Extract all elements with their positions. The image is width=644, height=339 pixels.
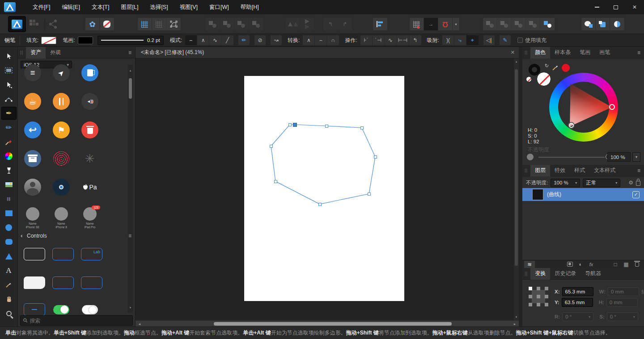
curve-node[interactable] — [274, 180, 277, 183]
controls-section-header[interactable]: Controls ≡ — [18, 232, 135, 240]
place-image-tool[interactable] — [1, 178, 17, 191]
panel-menu-icon[interactable]: ≡ — [637, 167, 640, 174]
break-curve-button[interactable]: ⊦˙ — [360, 35, 373, 45]
tab-swatches[interactable]: 样本条 — [550, 47, 575, 59]
canvas-vscrollbar[interactable]: ▲ ▼ — [514, 59, 519, 320]
align-handle-positions-button[interactable]: ◁| — [483, 35, 495, 46]
lock-icon[interactable] — [636, 181, 640, 186]
menu-help[interactable]: 帮助[H] — [241, 4, 259, 11]
convert-smart-button[interactable]: ∩ — [327, 35, 339, 45]
shear-dropdown[interactable]: 0 °▾ — [607, 312, 638, 321]
polygon-mode-button[interactable]: ∿ — [209, 35, 221, 45]
control-field-blue-2[interactable] — [81, 276, 102, 289]
zoom-tool[interactable] — [1, 307, 17, 320]
h-input[interactable] — [606, 298, 638, 307]
control-field-dash[interactable] — [24, 303, 45, 316]
control-button-blue[interactable] — [52, 248, 74, 260]
transform-bounds-button[interactable] — [166, 18, 181, 30]
convert-sharp-button[interactable]: ∧ — [303, 35, 315, 45]
asset-coffee[interactable]: ☕ — [23, 92, 42, 111]
pen-mode-button[interactable]: ⌢ — [185, 35, 197, 45]
control-button-white[interactable] — [24, 248, 45, 260]
to-curves-button[interactable] — [581, 18, 596, 30]
expand-stroke-button[interactable] — [596, 18, 610, 30]
snapping-dropdown[interactable]: ▾ — [453, 18, 459, 30]
w-input[interactable] — [608, 287, 639, 296]
stroke-swatch[interactable] — [78, 37, 93, 44]
fill-stroke-indicator[interactable]: ↻ — [529, 64, 552, 89]
tab-assets[interactable]: 资产 — [26, 47, 46, 59]
construction-snap-button[interactable]: ✎ — [499, 35, 511, 46]
reverse-curves-button[interactable]: ↰ — [409, 35, 421, 45]
fill-shape-button[interactable]: ✿ — [85, 18, 100, 30]
opacity-value-field[interactable]: 100 % — [607, 152, 631, 162]
artboard-tool[interactable] — [1, 64, 17, 77]
asset-location[interactable] — [51, 177, 71, 197]
control-tooltip-shape[interactable] — [24, 276, 45, 289]
snap-to-geometry-button[interactable]: )( — [442, 35, 454, 45]
asset-restaurant[interactable] — [51, 92, 71, 111]
snap-all-handles-button[interactable]: ⌖ — [466, 35, 479, 45]
corner-tool[interactable] — [1, 92, 17, 105]
mask-layer-button[interactable] — [564, 261, 575, 268]
vector-brush-tool[interactable] — [1, 135, 17, 148]
tab-brushes[interactable]: 画笔 — [595, 47, 614, 59]
opacity-slider[interactable]: 100 % ▾ — [527, 152, 640, 162]
pattern-layer-button[interactable]: ▦ — [621, 261, 631, 268]
pixel-persona-button[interactable] — [30, 20, 39, 29]
shape-tool[interactable] — [1, 250, 17, 263]
asset-contact[interactable] — [23, 177, 42, 197]
tab-transform[interactable]: 变换 — [530, 268, 550, 280]
alignment-button[interactable] — [373, 18, 387, 30]
boolean-intersect-button[interactable] — [512, 18, 526, 30]
smart-mode-button[interactable]: ∧ — [197, 35, 209, 45]
menu-view[interactable]: 视图[V] — [180, 4, 198, 11]
curve-node-selected[interactable] — [293, 123, 297, 127]
menu-text[interactable]: 文本[T] — [92, 4, 110, 11]
fill-mode-button[interactable] — [610, 18, 624, 30]
minimize-button[interactable] — [588, 0, 606, 14]
ellipse-tool[interactable] — [1, 221, 17, 234]
color-picker-icon[interactable] — [552, 64, 559, 71]
asset-list[interactable]: ≡ — [23, 63, 42, 83]
tab-layers[interactable]: 图层 — [530, 165, 550, 176]
stroke-width-widget[interactable]: 0.2 pt — [97, 36, 164, 45]
transparency-tool[interactable] — [1, 164, 17, 177]
replace-selection-button[interactable] — [249, 18, 263, 30]
pencil-tool[interactable]: ✏ — [1, 121, 17, 134]
x-input[interactable] — [562, 287, 593, 296]
link-dimensions-icon[interactable]: § — [641, 289, 644, 294]
tab-styles[interactable]: 样式 — [570, 165, 589, 176]
color-picker-tool[interactable] — [1, 278, 17, 291]
canvas-viewport[interactable]: ▲ ▼ — [136, 59, 519, 320]
pen-tool[interactable]: ✒ — [1, 107, 17, 120]
blend-options-gear-icon[interactable]: ⚙ — [628, 180, 633, 186]
tab-navigator[interactable]: 导航器 — [580, 268, 606, 280]
control-field-blue[interactable] — [52, 276, 74, 289]
new-layer-button[interactable]: □ — [610, 261, 621, 268]
text-tool[interactable]: A — [1, 264, 17, 277]
no-style-button[interactable] — [100, 18, 114, 30]
curve-node[interactable] — [270, 145, 273, 148]
node-tool[interactable] — [1, 78, 17, 91]
boolean-divide-button[interactable] — [540, 18, 555, 30]
panel-grip[interactable]: || — [525, 168, 528, 173]
convert-smooth-button[interactable]: ⌢ — [315, 35, 327, 45]
swap-colors-icon[interactable]: ↻ — [545, 63, 549, 69]
menu-select[interactable]: 选择[S] — [150, 4, 168, 11]
search-input[interactable] — [30, 318, 119, 324]
snap-grid-button[interactable] — [410, 18, 424, 30]
rounded-rectangle-tool[interactable] — [1, 235, 17, 248]
view-tool[interactable] — [1, 293, 17, 306]
asset-spinner[interactable]: ✳ — [80, 149, 100, 168]
curve-node[interactable] — [318, 203, 322, 206]
section-menu-icon[interactable]: ≡ — [128, 233, 131, 239]
asset-trash[interactable] — [80, 120, 100, 140]
panel-menu-icon[interactable]: ≡ — [128, 50, 131, 56]
panel-grip[interactable]: || — [525, 271, 528, 276]
rotation-dropdown[interactable]: 0 °▾ — [562, 312, 593, 321]
asset-device-2[interactable] — [51, 204, 71, 224]
layer-effects-button[interactable]: fx — [586, 261, 597, 268]
control-button-label[interactable]: Lab — [81, 248, 102, 260]
rectangle-tool[interactable] — [1, 207, 17, 220]
